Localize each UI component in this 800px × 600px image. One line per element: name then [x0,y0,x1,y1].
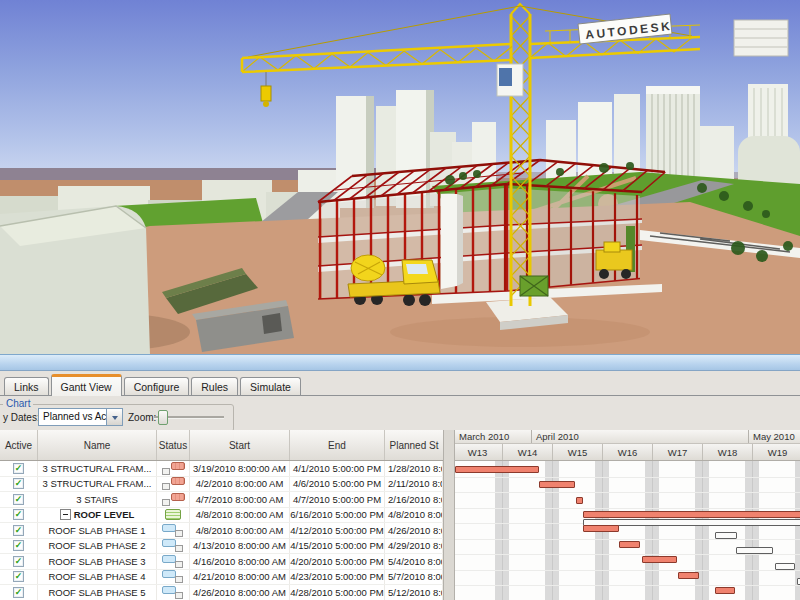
task-row[interactable]: ✓ 3 STRUCTURAL FRAM... 3/19/2010 8:00:00… [0,461,443,477]
column-header-planned-start[interactable]: Planned St [385,430,443,460]
gantt-month-label: May 2010 [748,430,800,443]
active-checkbox[interactable]: ✓ [13,540,24,551]
gantt-bar-actual[interactable] [642,556,677,563]
column-header-start[interactable]: Start [190,430,290,460]
active-checkbox[interactable]: ✓ [13,463,24,474]
end-date-cell: 6/16/2010 5:00:00 PM [290,508,385,523]
zoom-slider[interactable] [154,408,226,426]
check-icon: ✓ [15,588,23,597]
status-cell [157,492,190,507]
active-checkbox[interactable]: ✓ [13,478,24,489]
tree-collapse-icon[interactable] [60,509,71,520]
gantt-bar-planned[interactable] [736,547,773,554]
status-cell [157,585,190,600]
timeliner-tabstrip: Links Gantt View Configure Rules Simulat… [0,374,800,396]
status-icon [160,570,186,583]
tab-gantt-view[interactable]: Gantt View [51,374,122,396]
table-gantt-splitter[interactable] [443,430,455,600]
gantt-week-label: W15 [552,444,602,460]
task-name-cell: ROOF SLAB PHASE 3 [38,554,157,569]
chevron-down-icon [112,416,118,423]
task-row[interactable]: ✓ ROOF SLAB PHASE 3 4/16/2010 8:00:00 AM… [0,554,443,570]
active-checkbox[interactable]: ✓ [13,556,24,567]
planned-start-cell: 2/16/2010 8:00 [385,492,443,507]
task-row[interactable]: ✓ ROOF SLAB PHASE 1 4/8/2010 8:00:00 AM … [0,523,443,539]
gantt-bar-actual[interactable] [619,541,640,548]
check-icon: ✓ [15,464,23,473]
task-row[interactable]: ✓ ROOF LEVEL 4/8/2010 8:00:00 AM 6/16/20… [0,508,443,524]
row-gridline [455,508,800,509]
display-dates-combobox[interactable]: Planned vs Actual [38,408,123,426]
task-row[interactable]: ✓ ROOF SLAB PHASE 2 4/13/2010 8:00:00 AM… [0,539,443,555]
task-table: Active Name Status Start End Planned St … [0,430,443,600]
check-icon: ✓ [15,526,23,535]
task-name: ROOF SLAB PHASE 2 [48,540,145,551]
end-date-cell: 4/12/2010 5:00:00 PM [290,523,385,538]
gantt-body[interactable] [455,461,800,600]
row-gridline [455,554,800,555]
end-date-cell: 4/7/2010 5:00:00 PM [290,492,385,507]
zoom-slider-thumb[interactable] [158,410,168,425]
gantt-bar-actual[interactable] [583,525,619,532]
column-header-end[interactable]: End [290,430,385,460]
status-icon [160,586,186,599]
start-date-cell: 3/19/2010 8:00:00 AM [190,461,290,476]
check-icon: ✓ [15,557,23,566]
task-name: ROOF SLAB PHASE 4 [48,571,145,582]
panel-docking-bar [0,354,800,371]
column-header-active[interactable]: Active [0,430,38,460]
chart-groupbox: Chart y Dates: Planned vs Actual Zoom: [0,404,234,432]
gantt-bar-planned[interactable] [775,563,795,570]
gantt-bar-planned[interactable] [715,532,737,539]
task-name-cell: ROOF SLAB PHASE 1 [38,523,157,538]
task-name-cell: ROOF LEVEL [38,508,157,523]
end-date-cell: 4/15/2010 5:00:00 PM [290,539,385,554]
active-checkbox[interactable]: ✓ [13,571,24,582]
status-cell [157,461,190,476]
task-row[interactable]: ✓ ROOF SLAB PHASE 5 4/26/2010 8:00:00 AM… [0,585,443,600]
status-cell [157,508,190,523]
tab-links[interactable]: Links [4,377,49,395]
task-name-cell: ROOF SLAB PHASE 2 [38,539,157,554]
row-gridline [455,492,800,493]
active-checkbox[interactable]: ✓ [13,587,24,598]
task-row[interactable]: ✓ 3 STAIRS 4/7/2010 8:00:00 AM 4/7/2010 … [0,492,443,508]
tab-simulate[interactable]: Simulate [240,377,301,395]
task-row[interactable]: ✓ ROOF SLAB PHASE 4 4/21/2010 8:00:00 AM… [0,570,443,586]
gantt-week-label: W13 [455,444,502,460]
task-name: ROOF SLAB PHASE 1 [48,525,145,536]
task-row[interactable]: ✓ 3 STRUCTURAL FRAM... 4/2/2010 8:00:00 … [0,477,443,493]
end-date-cell: 4/28/2010 5:00:00 PM [290,585,385,600]
week-gridline [502,461,503,600]
gantt-week-label: W16 [602,444,652,460]
task-name: ROOF SLAB PHASE 3 [48,556,145,567]
task-name: ROOF LEVEL [74,509,135,520]
gantt-bar-actual[interactable] [539,481,575,488]
gantt-week-label: W19 [752,444,800,460]
check-icon: ✓ [15,572,23,581]
column-header-status[interactable]: Status [157,430,190,460]
gantt-bar-actual[interactable] [583,511,800,518]
planned-start-cell: 4/8/2010 8:00:0 [385,508,443,523]
active-checkbox[interactable]: ✓ [13,525,24,536]
gantt-bar-actual[interactable] [715,587,735,594]
gantt-bar-actual[interactable] [678,572,699,579]
status-icon [160,524,186,537]
combobox-dropdown-button[interactable] [106,409,122,425]
gantt-chart[interactable]: March 2010April 2010May 2010 W13W14W15W1… [455,430,800,600]
3d-viewport[interactable]: AUTODESK [0,0,800,354]
gantt-month-label: March 2010 [455,430,531,443]
active-checkbox[interactable]: ✓ [13,494,24,505]
column-header-name[interactable]: Name [38,430,157,460]
tab-configure[interactable]: Configure [124,377,190,395]
concrete-core [441,194,463,289]
task-table-body: ✓ 3 STRUCTURAL FRAM... 3/19/2010 8:00:00… [0,461,443,600]
material-crate [520,276,548,296]
gantt-bar-actual[interactable] [576,497,583,504]
tab-rules[interactable]: Rules [191,377,238,395]
gantt-bar-actual[interactable] [455,466,539,473]
active-checkbox[interactable]: ✓ [13,509,24,520]
week-gridline [652,461,653,600]
task-name-cell: ROOF SLAB PHASE 5 [38,585,157,600]
tab-label: Links [14,381,39,393]
